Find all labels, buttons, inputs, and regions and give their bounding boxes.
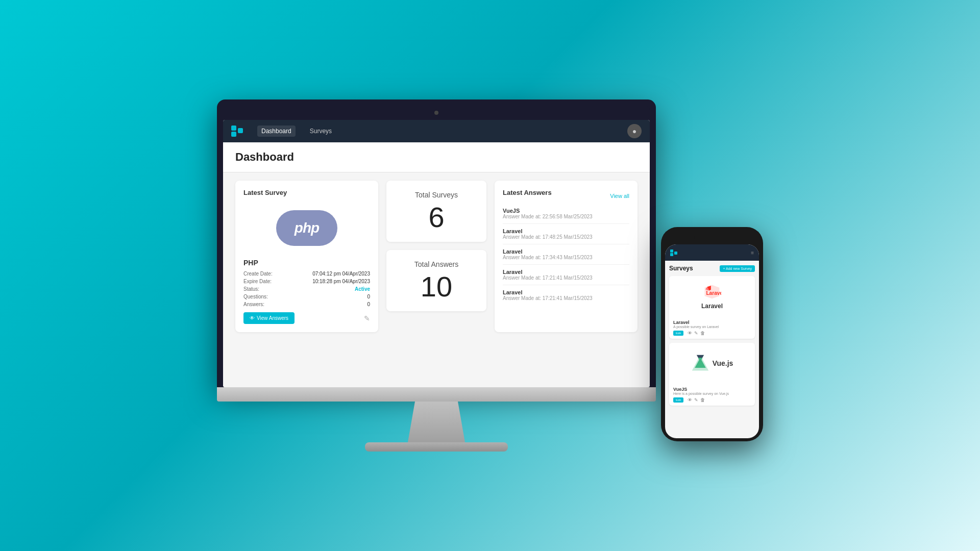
create-label: Create Date:: [243, 271, 273, 277]
phone-content: Surveys + Add new Survey Laravel: [665, 261, 759, 414]
iphone-screen: ≡ Surveys + Add new Survey: [665, 244, 759, 438]
phone-header: Surveys + Add new Survey: [669, 265, 755, 272]
nav-surveys[interactable]: Surveys: [306, 126, 336, 137]
vuejs-logo: Vue.js: [691, 354, 733, 372]
edit-icon[interactable]: ✎: [694, 331, 698, 336]
iphone-notch: [694, 233, 730, 242]
vuejs-card-name: VueJS: [673, 387, 751, 392]
phone-add-survey-button[interactable]: + Add new Survey: [720, 265, 755, 272]
latest-answers-card: Latest Answers View all VueJS Answer Mad…: [495, 181, 638, 332]
survey-name: PHP: [243, 259, 370, 267]
app-content: Dashboard Latest Survey php PHP Create D…: [223, 142, 650, 387]
answer-item: Laravel Answer Made at: 17:34:43 Mar/15/…: [503, 248, 629, 265]
survey-actions: 👁 View Answers ✎: [243, 312, 370, 324]
phone-vuejs-card: Vue.js VueJS Here is a possible survey o…: [669, 343, 755, 406]
survey-status-field: Status: Active: [243, 286, 370, 292]
svg-text:Laravel: Laravel: [706, 290, 721, 296]
laravel-card-desc: A possible survey on Laravel: [673, 325, 751, 329]
vuejs-card-desc: Here is a possible survey on Vue.js: [673, 392, 751, 395]
imac-camera-bar: [223, 106, 650, 120]
delete-icon[interactable]: 🗑: [700, 397, 705, 403]
vuejs-logo-text: Vue.js: [713, 359, 733, 367]
view-answers-button[interactable]: 👁 View Answers: [243, 312, 295, 324]
eye-icon: 👁: [250, 315, 255, 321]
eye-icon[interactable]: 👁: [688, 397, 692, 403]
phone-surveys-title: Surveys: [669, 265, 693, 272]
laravel-action-icons: 👁 ✎ 🗑: [688, 331, 705, 336]
laravel-card-name: Laravel: [673, 320, 751, 325]
expire-label: Expire Date:: [243, 279, 272, 284]
phone-navbar: ≡: [665, 244, 759, 261]
expire-value: 10:18:28 pm 04/Apr/2023: [312, 279, 370, 284]
laravel-logo-text: Laravel: [701, 303, 723, 310]
answer-name: VueJS: [503, 208, 629, 214]
answer-name: Laravel: [503, 289, 629, 295]
logo-square-3: [238, 128, 243, 133]
dashboard-grid: Latest Survey php PHP Create Date: 07:04…: [235, 181, 638, 332]
nav-dashboard[interactable]: Dashboard: [257, 126, 296, 137]
laravel-card-body: Laravel A possible survey on Laravel Edi…: [669, 317, 755, 339]
imac-base: [365, 442, 508, 452]
latest-survey-title: Latest Survey: [243, 189, 370, 196]
total-surveys-label: Total Surveys: [415, 191, 458, 199]
latest-survey-card: Latest Survey php PHP Create Date: 07:04…: [235, 181, 378, 332]
phone-menu-icon[interactable]: ≡: [751, 250, 754, 256]
total-answers-card: Total Answers 10: [386, 250, 486, 311]
questions-value: 0: [367, 294, 370, 299]
delete-icon[interactable]: 🗑: [700, 331, 705, 336]
page-title: Dashboard: [223, 142, 650, 172]
phone-laravel-card: Laravel Laravel Laravel A possible surve…: [669, 276, 755, 339]
laravel-logo: Laravel Laravel: [701, 283, 723, 310]
answer-date: Answer Made at: 17:21:41 Mar/15/2023: [503, 275, 629, 281]
edit-icon[interactable]: ✎: [694, 397, 698, 403]
questions-label: Questions:: [243, 294, 268, 299]
total-answers-count: 10: [421, 272, 452, 301]
total-surveys-count: 6: [428, 203, 444, 232]
iphone-body: ≡ Surveys + Add new Survey: [661, 227, 763, 441]
answer-name: Laravel: [503, 228, 629, 234]
answer-item: VueJS Answer Made at: 22:56:58 Mar/25/20…: [503, 208, 629, 224]
answers-header: Latest Answers View all: [503, 189, 629, 203]
answers-value: 0: [367, 302, 370, 307]
imac-screen: Dashboard Surveys ● Dashboard Latest Sur…: [223, 120, 650, 387]
laravel-card-image: Laravel Laravel: [669, 276, 755, 317]
phone-logo-sq1: [670, 249, 673, 253]
view-answers-label: View Answers: [257, 315, 288, 321]
answer-name: Laravel: [503, 248, 629, 255]
survey-expire-field: Expire Date: 10:18:28 pm 04/Apr/2023: [243, 279, 370, 284]
latest-answers-title: Latest Answers: [503, 189, 552, 196]
answer-date: Answer Made at: 22:56:58 Mar/25/2023: [503, 214, 629, 219]
scene: Dashboard Surveys ● Dashboard Latest Sur…: [217, 99, 763, 452]
vuejs-edit-button[interactable]: Edit: [673, 397, 683, 403]
phone-logo-sq3: [674, 252, 677, 255]
edit-icon[interactable]: ✎: [364, 314, 370, 322]
vuejs-action-icons: 👁 ✎ 🗑: [688, 397, 705, 403]
vuejs-card-body: VueJS Here is a possible survey on Vue.j…: [669, 384, 755, 406]
phone-logo: [670, 249, 677, 256]
view-all-link[interactable]: View all: [610, 193, 629, 199]
answer-date: Answer Made at: 17:34:43 Mar/15/2023: [503, 255, 629, 260]
app-logo: [231, 126, 243, 137]
stats-column: Total Surveys 6 Total Answers 10: [386, 181, 486, 332]
answer-name: Laravel: [503, 269, 629, 275]
phone-logo-sq2: [670, 253, 673, 256]
status-value: Active: [355, 286, 370, 292]
survey-questions-field: Questions: 0: [243, 294, 370, 299]
survey-image: php: [243, 203, 370, 254]
answers-label: Answers:: [243, 302, 264, 307]
laravel-edit-button[interactable]: Edit: [673, 331, 683, 336]
total-answers-label: Total Answers: [414, 260, 458, 268]
nav-avatar[interactable]: ●: [627, 124, 642, 138]
imac-screen-outer: Dashboard Surveys ● Dashboard Latest Sur…: [217, 99, 656, 387]
app-navbar: Dashboard Surveys ●: [223, 120, 650, 142]
answer-date: Answer Made at: 17:48:25 Mar/15/2023: [503, 234, 629, 240]
imac-stand: [401, 402, 472, 442]
survey-answers-field: Answers: 0: [243, 302, 370, 307]
vuejs-card-image: Vue.js: [669, 343, 755, 384]
logo-square-1: [231, 126, 236, 131]
iphone: ≡ Surveys + Add new Survey: [661, 227, 763, 441]
answers-list: VueJS Answer Made at: 22:56:58 Mar/25/20…: [503, 208, 629, 305]
imac: Dashboard Surveys ● Dashboard Latest Sur…: [217, 99, 656, 452]
imac-camera-dot: [434, 111, 438, 115]
eye-icon[interactable]: 👁: [688, 331, 692, 336]
